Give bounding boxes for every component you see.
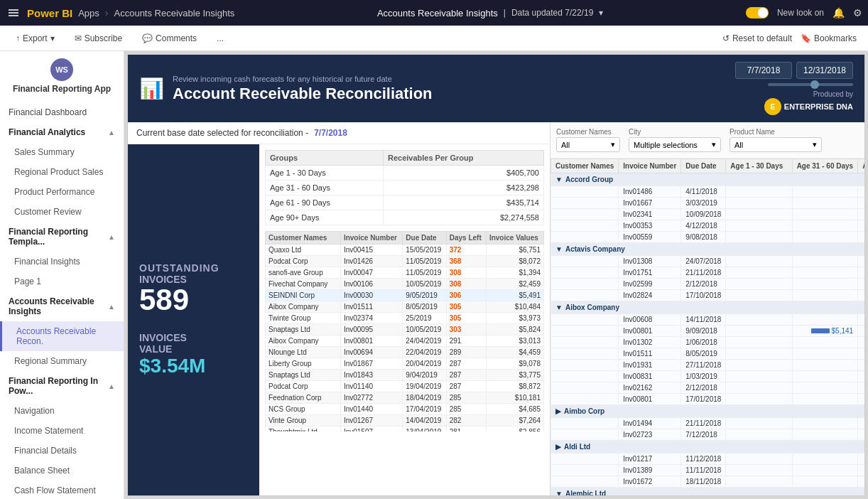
sidebar-item-product-performance[interactable]: Product Performance [0,182,124,202]
invoice-table-row[interactable]: Aibox CompanyInv0080124/04/2019291$3,013 [266,336,544,347]
sidebar-item-accounts-receivable-recon[interactable]: Accounts Receivable Recon. [0,321,124,351]
inv-due-date: 20/04/2019 [403,358,446,370]
customer-group-row[interactable]: ▶Aimbo Corp [551,405,865,418]
invoice-table-row[interactable]: Nlounge LtdInv0069422/04/2019289$4,459 [266,347,544,358]
notification-icon[interactable]: 🔔 [832,7,845,18]
customer-invoice-row[interactable]: Inv008019/09/2018$5,141$3,459 [551,326,865,337]
invoice-table-row[interactable]: sanofi-ave GroupInv0004711/05/2019308$1,… [266,267,544,279]
invoice-table-row[interactable]: SEINDNI CorpInv000309/05/2019306$5,491 [266,290,544,301]
inv-days-left: 306 [446,290,486,301]
customer-invoice-row[interactable]: Inv021622/12/2018$7,588 [551,382,865,394]
sidebar-item-balance-sheet[interactable]: Balance Sheet [0,461,124,481]
invoice-table-row[interactable]: Fivechat CompanyInv0010610/05/2019308$2,… [266,279,544,290]
filter-product-select[interactable]: All ▾ [729,137,822,152]
customer-invoice-row[interactable]: Inv005599/08/2018 [551,232,865,243]
edna-logo: E ENTERPRISE DNA [764,98,853,115]
customer-invoice-row[interactable]: Inv0149421/11/2018$3,488 [551,418,865,429]
inv-customer-name: Podcat Corp [266,256,341,267]
customer-invoice-row[interactable]: Inv0080117/01/2018$9,577 [551,394,865,405]
customer-invoice-row[interactable]: Inv0282417/10/2018 [551,290,865,301]
invoice-table-row[interactable]: Snaptags LtdInv018439/04/2019287$3,775 [266,370,544,381]
breadcrumb-item[interactable]: Accounts Receivable Insights [114,8,235,18]
bookmarks-button[interactable]: 🔖 Bookmarks [801,33,857,43]
sidebar-item-regional-product-sales[interactable]: Regional Product Sales [0,162,124,182]
sidebar-item-income-statement[interactable]: Income Statement [0,421,124,441]
groups-table-row[interactable]: Age 90+ Days$2,274,558 [266,210,544,225]
sidebar-item-sales-summary[interactable]: Sales Summary [0,142,124,162]
filter-city-select[interactable]: Multiple selections ▾ [629,137,721,152]
cust-amount-cell: $5,141 [792,326,858,337]
invoice-table-row[interactable]: Liberty GroupInv0186720/04/2019287$9,078 [266,358,544,370]
date-start[interactable]: 7/7/2018 [735,62,792,79]
customer-invoice-row[interactable]: Inv0175121/11/2018 [551,267,865,279]
apps-link[interactable]: Apps [78,8,99,18]
customer-invoice-row[interactable]: Inv003534/12/2018$1,597 [551,220,865,232]
report-header-text: Review incoming cash forecasts for any h… [173,75,727,103]
customer-invoice-row[interactable]: Inv015118/05/2019$3,973 [551,348,865,360]
customer-invoice-row[interactable]: Inv0167218/11/2018$7,936 [551,476,865,488]
customer-group-row[interactable]: ▶Aldi Ltd [551,441,865,454]
groups-table-row[interactable]: Age 31 - 60 Days$423,298 [266,181,544,195]
inv-number: Inv00694 [340,347,402,358]
groups-table-row[interactable]: Age 61 - 90 Days$435,714 [266,195,544,210]
sidebar-item-cash-flow-statement[interactable]: Cash Flow Statement [0,481,124,499]
invoice-table-row[interactable]: Thoughtmix LtdInv0150713/04/2019281$2,85… [266,426,544,432]
new-look-label: New look on [777,8,824,18]
customer-invoice-row[interactable]: Inv025992/12/2018 [551,279,865,290]
sidebar-item-financial-details[interactable]: Financial Details [0,441,124,461]
comments-button[interactable]: 💬 Comments [138,31,201,46]
settings-icon[interactable]: ⚙ [853,7,862,18]
sidebar-item-regional-summary[interactable]: Regional Summary [0,351,124,371]
invoice-table-row[interactable]: Quaxo LtdInv0041515/05/2019372$6,751 [266,245,544,256]
date-end[interactable]: 12/31/2018 [796,62,853,79]
customer-invoice-row[interactable]: Inv013021/06/2018$5,036 [551,337,865,348]
invoice-table-row[interactable]: Snaptags LtdInv0009510/05/2019303$5,824 [266,324,544,336]
invoice-table-row[interactable]: NCS GroupInv0144017/04/2019285$4,685 [266,404,544,415]
new-look-toggle[interactable] [746,7,769,18]
customer-table-area[interactable]: Customer Names Invoice Number Due Date A… [550,159,864,495]
sidebar-item-financial-dashboard[interactable]: Financial Dashboard [0,102,124,122]
more-button[interactable]: ... [212,31,228,46]
topbar-dropdown-arrow[interactable]: ▾ [599,8,603,18]
groups-table-row[interactable]: Age 1 - 30 Days$405,700 [266,166,544,181]
sidebar-item-page1[interactable]: Page 1 [0,272,124,291]
customer-invoice-row[interactable]: Inv0193127/11/2018$7,672 [551,360,865,371]
customer-group-row[interactable]: ▼Alembic Ltd [551,488,865,496]
invoice-table-row[interactable]: Vinte GroupInv0126714/04/2019282$7,264 [266,415,544,426]
customer-invoice-row[interactable]: Inv0138911/11/2018$3,324 [551,465,865,476]
invoice-table-row[interactable]: Aibox CompanyInv015118/05/2019305$10,484 [266,301,544,313]
filter-customer-select[interactable]: All ▾ [556,137,620,152]
customer-invoice-row[interactable]: Inv027237/12/2018$9,577 [551,429,865,441]
subscribe-button[interactable]: ✉ Subscribe [70,31,126,46]
apps-grid-icon[interactable] [6,6,21,19]
sidebar-item-navigation[interactable]: Navigation [0,401,124,421]
sidebar-item-financial-analytics[interactable]: Financial Analytics ▲ [0,122,124,142]
customer-group-row[interactable]: ▼Accord Group [551,173,865,186]
customer-invoice-row[interactable]: Inv016673/03/2019$7,239 [551,198,865,209]
invoice-table-row[interactable]: Podcat CorpInv0142611/05/2019368$8,072 [266,256,544,267]
customer-group-row[interactable]: ▼Aibox Company [551,301,865,314]
cust-cell [726,429,792,441]
cust-cell [858,209,864,220]
export-button[interactable]: ↑ Export ▾ [11,31,59,46]
date-slider[interactable] [768,83,853,86]
invoice-table-row[interactable]: Feednation CorpInv0277218/04/2019285$10,… [266,392,544,404]
sidebar-item-financial-reporting-template[interactable]: Financial Reporting Templa... ▲ [0,222,124,252]
invoice-table-row[interactable]: Podcat CorpInv0114019/04/2019287$8,872 [266,381,544,392]
customer-group-row[interactable]: ▼Actavis Company [551,243,865,256]
customer-invoice-row[interactable]: Inv0130824/07/2018 [551,256,865,267]
customer-invoice-row[interactable]: Inv0060814/11/2018$2,166$4,964 [551,314,865,326]
sidebar-item-financial-reporting-in-pow[interactable]: Financial Reporting In Pow... ▲ [0,371,124,401]
cust-cell [792,209,858,220]
inv-due-date: 10/05/2019 [403,279,446,290]
sidebar-item-accounts-receivable-insights[interactable]: Accounts Receivable Insights ▲ [0,291,124,321]
customer-invoice-row[interactable]: Inv008311/03/2019$3,888 [551,371,865,382]
customer-invoice-row[interactable]: Inv014864/11/2018$2,422 [551,186,865,198]
sidebar-item-customer-review[interactable]: Customer Review [0,202,124,222]
sidebar-item-financial-insights[interactable]: Financial Insights [0,252,124,272]
customer-invoice-row[interactable]: Inv0234110/09/2018 [551,209,865,220]
reset-button[interactable]: ↺ Reset to default [722,33,792,43]
customer-invoice-row[interactable]: Inv0121711/12/2018$5,180 [551,454,865,465]
invoice-table-row[interactable]: Twinte GroupInv0237425/2019305$3,973 [266,313,544,324]
invoice-table-container[interactable]: Customer Names Invoice Number Due Date D… [265,231,544,431]
